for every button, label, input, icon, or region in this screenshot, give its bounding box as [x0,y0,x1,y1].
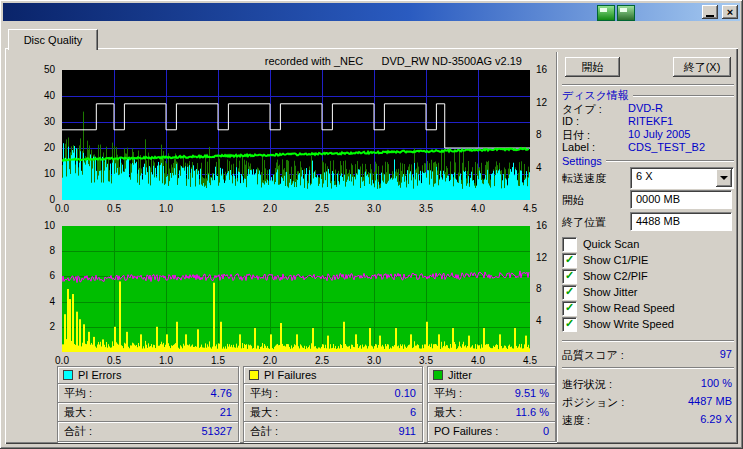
checkbox-show-c2-pif[interactable]: ✓Show C2/PIF [562,269,648,283]
jitter-title: Jitter [448,369,472,381]
disc-info-header: ディスク情報 [562,88,629,103]
checkbox-quick-scan[interactable]: Quick Scan [562,237,639,251]
speed-label: 速度 : [562,413,590,428]
start-button[interactable]: 開始 [565,57,620,77]
checkbox-label: Quick Scan [583,238,639,250]
tick-label: 2.0 [263,355,277,366]
stat-row: PO Failures :0 [428,422,555,440]
settings-header: Settings [562,155,602,167]
tick-label: 1.5 [211,355,225,366]
tick-label: 20 [44,142,55,153]
divider [633,95,734,97]
checkbox-icon[interactable]: ✓ [562,253,577,268]
stat-row: 最大 :11.6 % [428,403,555,422]
minimize-button[interactable] [702,5,718,19]
tick-label: 1.0 [159,203,173,214]
pi-failures-header: PI Failures [244,367,422,384]
bottom-chart-left-axis: 246810 [32,226,58,352]
pi-errors-header: PI Errors [58,367,238,384]
pi-failures-title: PI Failures [264,369,317,381]
checkbox-show-write-speed[interactable]: ✓Show Write Speed [562,317,674,331]
divider [562,367,734,369]
disc-date-value: 10 July 2005 [628,128,690,140]
checkbox-icon[interactable]: ✓ [562,301,577,316]
disc-id-row: ID :RITEKF1 [562,115,734,128]
checkbox-show-jitter[interactable]: ✓Show Jitter [562,285,637,299]
stat-row: 最大 :21 [58,403,238,422]
checkbox-icon[interactable] [562,237,577,252]
stat-label: 合計 : [64,424,92,439]
stat-label: 平均 : [64,386,92,401]
tick-label: 1.0 [159,355,173,366]
progress-label: 進行状況 : [562,377,612,392]
close-button[interactable]: × [722,5,738,19]
panel-divider [556,52,558,442]
app-window: CD Speed : Disc Quality Test - BENQ DVD … [0,0,743,449]
checkbox-label: Show Write Speed [583,318,674,330]
tick-label: 0.0 [55,203,69,214]
tick-label: 0.5 [107,355,121,366]
stat-value: 51327 [201,425,232,437]
stat-value: 4.76 [211,387,232,399]
quality-score-value: 97 [720,348,732,360]
title-green-icon-2[interactable] [617,5,635,21]
tick-label: 4.0 [471,355,485,366]
stat-label: 平均 : [434,386,462,401]
transfer-speed-value: 6 X [636,170,653,182]
checkbox-label: Show Jitter [583,286,637,298]
pi-failures-swatch [249,370,259,380]
stat-row: 平均 :4.76 [58,384,238,403]
start-position-field[interactable]: 0000 MB [630,190,732,209]
tick-label: 10 [44,220,55,231]
top-chart-x-axis: 0.00.51.01.52.02.53.03.54.04.5 [62,203,530,215]
tick-label: 2 [49,321,55,332]
tick-label: 30 [44,116,55,127]
stat-label: 平均 : [250,386,278,401]
title-green-icon-1[interactable] [597,5,615,21]
title-bar[interactable]: CD Speed : Disc Quality Test - BENQ DVD … [3,3,740,21]
checkbox-icon[interactable]: ✓ [562,269,577,284]
exit-button[interactable]: 終了(X) [673,57,731,77]
tick-label: 1.5 [211,203,225,214]
tick-label: 8 [536,283,542,294]
transfer-speed-select[interactable]: 6 X [630,167,734,189]
tick-label: 8 [536,129,542,140]
tick-label: 50 [44,64,55,75]
stat-label: 合計 : [250,424,278,439]
speed-row: 速度 :6.29 X [562,413,734,426]
checkbox-icon[interactable]: ✓ [562,285,577,300]
tick-label: 10 [44,168,55,179]
disc-type-row: タイプ :DVD-R [562,102,734,115]
disc-date-row: 日付 :10 July 2005 [562,128,734,141]
end-position-field[interactable]: 4488 MB [630,212,732,231]
end-position-label: 終了位置 [562,215,606,230]
checkbox-icon[interactable]: ✓ [562,317,577,332]
disc-id-label: ID : [562,115,579,127]
tick-label: 4.5 [523,355,537,366]
start-position-label: 開始 [562,193,584,208]
tab-disc-quality[interactable]: Disc Quality [8,29,98,50]
stat-row: 最大 :6 [244,403,422,422]
checkbox-show-read-speed[interactable]: ✓Show Read Speed [562,301,675,315]
top-chart-left-axis: 01020304050 [32,70,58,200]
tick-label: 4 [536,315,542,326]
close-icon: × [727,7,733,18]
tick-label: 12 [536,252,547,263]
tick-label: 3.5 [419,203,433,214]
stat-value: 21 [220,406,232,418]
tick-label: 0.5 [107,203,121,214]
stat-value: 911 [398,425,416,437]
dropdown-button[interactable] [716,169,732,187]
stat-value: 0.10 [395,387,416,399]
chevron-down-icon [720,176,728,180]
stat-value: 0 [543,425,549,437]
stat-value: 9.51 % [515,387,549,399]
tick-label: 3.0 [367,355,381,366]
checkbox-show-c1-pie[interactable]: ✓Show C1/PIE [562,253,648,267]
position-label: ポジション : [562,395,624,410]
stat-label: PO Failures : [434,425,498,437]
disc-label-value: CDS_TEST_B2 [628,141,705,153]
disc-type-value: DVD-R [628,102,663,114]
stat-row: 平均 :0.10 [244,384,422,403]
pi-failures-group: PI Failures 平均 :0.10 最大 :6 合計 :911 [243,366,423,442]
